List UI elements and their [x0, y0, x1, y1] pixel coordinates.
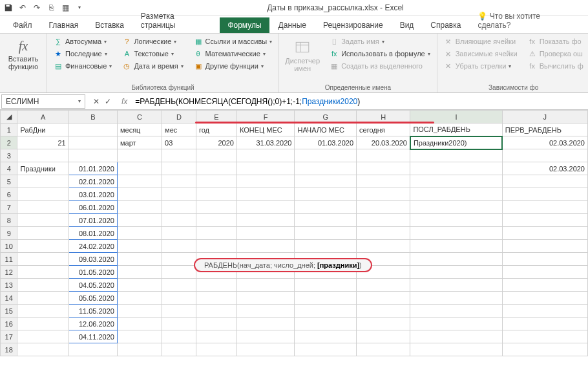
- remove-arrows-button: ✕Убрать стрелки▾: [443, 61, 519, 71]
- row-header[interactable]: 11: [1, 253, 17, 266]
- cell[interactable]: 06.01.2020: [68, 201, 117, 214]
- cell[interactable]: 07.01.2020: [68, 214, 117, 227]
- tab-view[interactable]: Вид: [392, 17, 422, 33]
- tab-insert[interactable]: Вставка: [87, 17, 132, 33]
- more-fn-button[interactable]: ▣Другие функции▾: [193, 61, 274, 71]
- row-header[interactable]: 3: [1, 149, 17, 162]
- row-header[interactable]: 9: [1, 227, 17, 240]
- row-header[interactable]: 4: [1, 162, 17, 175]
- row-header[interactable]: 6: [1, 188, 17, 201]
- create-from-sel-button: ▦Создать из выделенного: [328, 61, 432, 71]
- tab-file[interactable]: Файл: [5, 17, 40, 33]
- tab-home[interactable]: Главная: [41, 17, 87, 33]
- text-button[interactable]: AТекстовые▾: [121, 48, 184, 59]
- use-in-formula-button[interactable]: fxИспользовать в формуле▾: [328, 48, 432, 59]
- annotation-underline: [195, 122, 434, 124]
- row-header[interactable]: 13: [1, 279, 17, 292]
- cell[interactable]: ПОСЛ_РАБДЕНЬ: [410, 124, 502, 136]
- financial-button[interactable]: ▤Финансовые▾: [52, 61, 113, 71]
- cell[interactable]: мес: [162, 124, 196, 136]
- cell[interactable]: 02.03.2020: [502, 162, 587, 175]
- insert-function-button[interactable]: fx Вставить функцию: [5, 36, 41, 73]
- row-header[interactable]: 2: [1, 136, 17, 149]
- lookup-button[interactable]: ▦Ссылки и массивы▾: [193, 36, 274, 47]
- qat-icon2[interactable]: ▦: [59, 2, 71, 14]
- col-header[interactable]: A: [17, 111, 68, 124]
- recent-button[interactable]: ★Последние▾: [52, 48, 113, 59]
- select-all[interactable]: ◢: [1, 111, 17, 124]
- cell[interactable]: 21: [17, 136, 68, 149]
- cell[interactable]: месяц: [117, 124, 162, 136]
- cell[interactable]: 20.03.2020: [357, 136, 410, 149]
- cell[interactable]: 02.01.2020: [68, 175, 117, 188]
- cell[interactable]: год: [196, 124, 236, 136]
- cell[interactable]: 02.03.2020: [502, 136, 587, 149]
- enter-formula-icon[interactable]: ✓: [105, 97, 111, 106]
- qat-icon[interactable]: ⎘: [45, 2, 57, 14]
- math-button[interactable]: θМатематические▾: [193, 48, 274, 59]
- name-box[interactable]: ЕСЛИМН▾: [1, 94, 85, 109]
- logical-button[interactable]: ?Логические▾: [121, 36, 184, 47]
- row-header[interactable]: 10: [1, 240, 17, 253]
- qat-more[interactable]: ▾: [74, 2, 85, 14]
- cell[interactable]: КОНЕЦ МЕС: [236, 124, 294, 136]
- fx-icon[interactable]: fx: [118, 97, 131, 106]
- tab-review[interactable]: Рецензирование: [315, 17, 391, 33]
- cell[interactable]: 09.03.2020: [68, 253, 117, 266]
- row-header[interactable]: 16: [1, 318, 17, 330]
- cell[interactable]: 03.01.2020: [68, 188, 117, 201]
- redo-icon[interactable]: ↷: [31, 2, 43, 14]
- tab-help[interactable]: Справка: [423, 17, 468, 33]
- row-header[interactable]: 12: [1, 266, 17, 279]
- tab-formulas[interactable]: Формулы: [220, 17, 269, 33]
- cell[interactable]: 01.03.2020: [295, 136, 357, 149]
- tab-data[interactable]: Данные: [271, 17, 314, 33]
- row-header[interactable]: 17: [1, 330, 17, 343]
- group-label-library: Библиотека функций: [52, 83, 273, 91]
- cell[interactable]: НАЧАЛО МЕС: [295, 124, 357, 136]
- cell[interactable]: 03: [162, 136, 196, 149]
- row-header[interactable]: 7: [1, 201, 17, 214]
- col-header[interactable]: C: [117, 111, 162, 124]
- row-header[interactable]: 8: [1, 214, 17, 227]
- col-header[interactable]: D: [162, 111, 196, 124]
- cell[interactable]: 05.05.2020: [68, 292, 117, 305]
- cell[interactable]: 2020: [196, 136, 236, 149]
- row-header[interactable]: 5: [1, 175, 17, 188]
- tell-me[interactable]: 💡 Что вы хотите сделать?: [470, 8, 583, 33]
- cell[interactable]: Праздники: [17, 162, 68, 175]
- undo-icon[interactable]: ↶: [17, 2, 28, 14]
- cell[interactable]: 04.05.2020: [68, 279, 117, 292]
- cell[interactable]: ПЕРВ_РАБДЕНЬ: [502, 124, 587, 136]
- cell[interactable]: [68, 136, 117, 149]
- cell[interactable]: март: [117, 136, 162, 149]
- datetime-button[interactable]: ◷Дата и время▾: [121, 61, 184, 71]
- col-header[interactable]: J: [502, 111, 587, 124]
- save-icon[interactable]: [3, 2, 14, 14]
- cancel-formula-icon[interactable]: ✕: [93, 97, 100, 106]
- cell[interactable]: 24.02.2020: [68, 240, 117, 253]
- row-header[interactable]: 1: [1, 124, 17, 136]
- cell[interactable]: 01.05.2020: [68, 266, 117, 279]
- cell[interactable]: [68, 124, 117, 136]
- group-label-deps: Зависимости фо: [443, 83, 585, 91]
- cell[interactable]: 31.03.2020: [236, 136, 294, 149]
- tab-layout[interactable]: Разметка страницы: [133, 8, 219, 33]
- spreadsheet-grid: ◢ A B C D E F G H I J 1 РабДни месяц мес…: [0, 110, 588, 356]
- svg-rect-0: [296, 42, 309, 52]
- cell[interactable]: 11.05.2020: [68, 305, 117, 318]
- active-cell[interactable]: Праздники2020): [410, 136, 502, 149]
- cell[interactable]: 12.06.2020: [68, 318, 117, 330]
- row-header[interactable]: 18: [1, 343, 17, 356]
- cell[interactable]: сегодня: [357, 124, 410, 136]
- formula-bar[interactable]: =РАБДЕНЬ(КОНМЕСЯЦА(СЕГОДНЯ();0)+1;-1;Пра…: [131, 96, 588, 107]
- col-header[interactable]: B: [68, 111, 117, 124]
- cell[interactable]: 04.11.2020: [68, 330, 117, 343]
- cell[interactable]: 08.01.2020: [68, 227, 117, 240]
- row-header[interactable]: 14: [1, 292, 17, 305]
- cell[interactable]: РабДни: [17, 124, 68, 136]
- row-header[interactable]: 15: [1, 305, 17, 318]
- cell[interactable]: 01.01.2020: [68, 162, 117, 175]
- error-check-button: ⚠Проверка ош: [527, 48, 585, 59]
- autosum-button[interactable]: ∑Автосумма▾: [52, 36, 113, 47]
